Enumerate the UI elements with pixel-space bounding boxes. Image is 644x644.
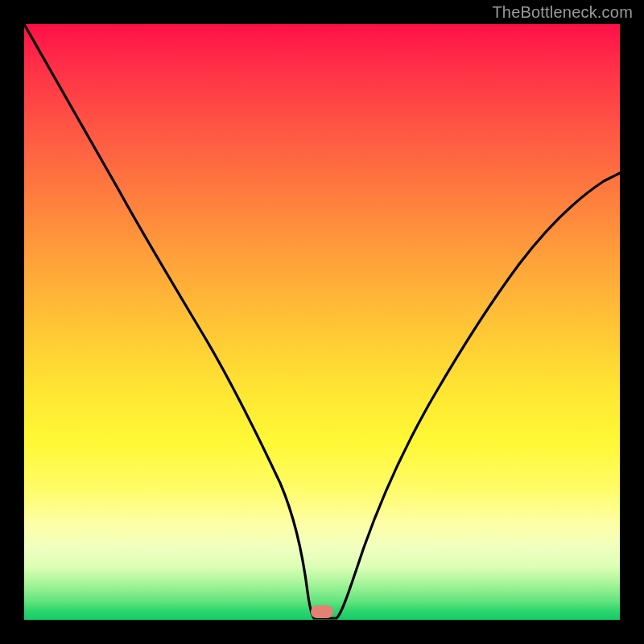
- outer-frame: TheBottleneck.com: [0, 0, 644, 644]
- watermark-text: TheBottleneck.com: [492, 3, 633, 22]
- bottleneck-curve: [24, 24, 620, 620]
- curve-path: [24, 24, 620, 618]
- optimal-marker: [311, 605, 333, 618]
